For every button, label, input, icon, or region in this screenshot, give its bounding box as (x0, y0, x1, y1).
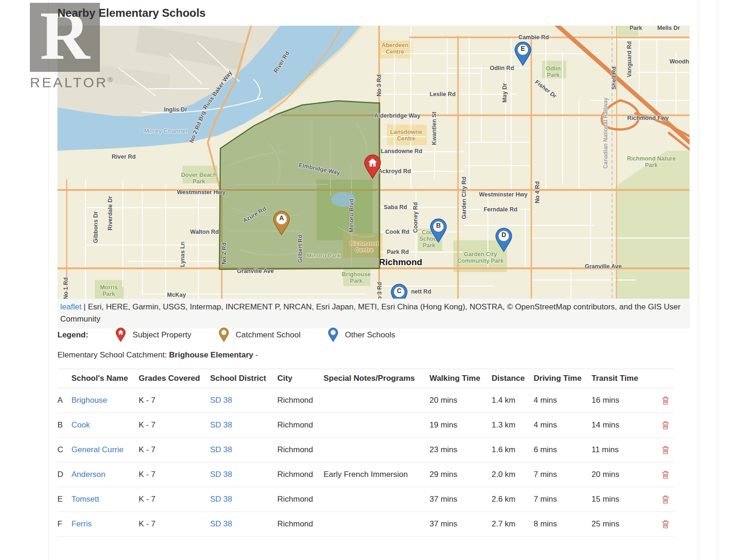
trash-icon (662, 396, 669, 405)
map-label-cook-rd: Cook Rd (385, 229, 409, 235)
school-marker-d[interactable]: D (495, 228, 513, 252)
school-district-link[interactable]: SD 38 (210, 396, 232, 405)
page-right-border (718, 0, 718, 560)
driving-time-value: 8 mins (534, 519, 592, 529)
leaflet-link[interactable]: leaflet (60, 302, 81, 311)
map-label-may-dr: May Dr (501, 83, 508, 103)
map-label-shell-rd: Shell Rd (611, 66, 617, 90)
grades-covered-value: K - 7 (139, 420, 210, 430)
school-marker-e[interactable]: E (514, 42, 532, 66)
header-grades-covered: Grades Covered (139, 374, 210, 383)
distance-value: 1.3 km (492, 420, 534, 430)
delete-school-button[interactable] (661, 519, 670, 530)
distance-value: 1.4 km (492, 396, 534, 405)
map-label-kwantlen-st: Kwantlen St (431, 112, 437, 145)
city-value: Richmond (277, 420, 324, 430)
map-label-canadian-national-railway: Canadian National Railway (603, 98, 609, 169)
grades-covered-value: K - 7 (139, 470, 210, 479)
card-left-border (48, 0, 49, 560)
delete-school-button[interactable] (661, 469, 670, 480)
school-district-link[interactable]: SD 38 (210, 495, 232, 504)
school-name-link[interactable]: Ferris (71, 519, 92, 528)
header-school-district: School District (210, 374, 277, 383)
school-district-link[interactable]: SD 38 (210, 470, 232, 479)
map-label-inglis-dr: Inglis Dr (164, 106, 187, 113)
header-special-notes: Special Notes/Programs (324, 374, 430, 383)
map-label-river-rd: River Rd (112, 154, 135, 160)
map-label-garden-city-community-park: Garden City Community Park (457, 251, 504, 264)
map-label-odlin-park: Odlin Park (543, 65, 564, 78)
map-label-cambie-rd: Cambie Rd (518, 34, 549, 41)
map-label-aberdeen-centre: Aberdeen Centre (375, 42, 415, 55)
map-label-richmond-nature-park: Richmond Nature Park (626, 155, 677, 168)
header-walking-time: Walking Time (430, 374, 492, 383)
table-row-b: B Cook K - 7 SD 38 Richmond 19 mins 1.3 … (57, 413, 674, 438)
school-district-link[interactable]: SD 38 (210, 519, 232, 528)
transit-time-value: 11 mins (592, 445, 657, 455)
delete-school-button[interactable] (661, 420, 670, 431)
map-label-brighouse-park: Brighouse Park (339, 271, 373, 284)
catchment-school-name: Brighouse Elementary (169, 350, 253, 359)
map-label-richmond-fwy: Richmond Fwy (627, 115, 669, 121)
subject-property-marker[interactable] (364, 154, 381, 179)
walking-time-value: 19 mins (430, 420, 492, 430)
map-label-walton-rd: Walton Rd (190, 229, 218, 235)
delete-school-button[interactable] (661, 494, 670, 505)
city-value: Richmond (277, 396, 324, 405)
trash-icon (662, 495, 669, 504)
map-label-westminster-hwy: Westminster Hwy (479, 191, 528, 198)
school-marker-a[interactable]: A (273, 211, 290, 235)
table-row-a: A Brighouse K - 7 SD 38 Richmond 20 mins… (57, 388, 674, 413)
attribution-credits: Esri, HERE, Garmin, USGS, Intermap, INCR… (60, 302, 681, 323)
school-name-link[interactable]: Cook (71, 420, 90, 429)
map-label-cooney-rd: Cooney Rd (412, 202, 419, 233)
school-name-link[interactable]: Tomsett (71, 495, 99, 504)
attribution-divider: | (84, 302, 85, 311)
transit-time-value: 20 mins (592, 470, 657, 479)
city-value: Richmond (277, 445, 324, 455)
driving-time-value: 4 mins (534, 420, 592, 430)
map-label-odlin-rd: Odlin Rd (490, 65, 514, 71)
map-label-riverdale-dr: Riverdale Dr (107, 196, 113, 231)
school-district-link[interactable]: SD 38 (210, 445, 232, 454)
school-name-link[interactable]: Brighouse (71, 396, 107, 405)
table-row-f: F Ferris K - 7 SD 38 Richmond 37 mins 2.… (57, 512, 674, 537)
school-district-link[interactable]: SD 38 (210, 420, 232, 429)
map-legend: Legend: Subject Property Catchment Schoo… (57, 328, 422, 342)
schools-map[interactable]: ParkMells DrCambie RdOdlin RdOdlin ParkS… (57, 26, 690, 299)
distance-value: 2.7 km (492, 519, 534, 529)
grades-covered-value: K - 7 (139, 519, 210, 529)
row-letter: E (57, 495, 71, 504)
school-name-link[interactable]: General Currie (71, 445, 124, 454)
walking-time-value: 20 mins (430, 396, 492, 405)
walking-time-value: 29 mins (430, 470, 492, 479)
table-row-c: C General Currie K - 7 SD 38 Richmond 23… (57, 438, 674, 462)
delete-school-button[interactable] (661, 445, 670, 455)
legend-item-other-schools: Other Schools (328, 328, 395, 342)
table-row-e: E Tomsett K - 7 SD 38 Richmond 37 mins 2… (57, 487, 674, 512)
map-label-park-rd: Park Rd (387, 249, 409, 255)
row-letter: D (57, 470, 71, 479)
transit-time-value: 25 mins (592, 519, 657, 529)
driving-time-value: 7 mins (534, 495, 592, 504)
map-label-ferndale-rd: Ferndale Rd (484, 206, 517, 213)
school-marker-c[interactable]: C (390, 284, 408, 299)
grades-covered-value: K - 7 (139, 396, 210, 405)
row-letter: B (57, 420, 71, 430)
map-label-gibbons-dr: Gibbons Dr (92, 211, 99, 243)
schools-table: School's Name Grades Covered School Dist… (57, 369, 674, 537)
map-label-garden-city-rd: Garden City Rd (461, 177, 467, 219)
driving-time-value: 6 mins (534, 445, 592, 455)
school-marker-b[interactable]: B (430, 218, 447, 243)
map-label-morris-park: Morris Park (97, 284, 120, 297)
delete-school-button[interactable] (661, 395, 670, 406)
map-label-no-2-rd: No 2 Rd (221, 242, 227, 264)
distance-value: 1.6 km (492, 445, 534, 455)
map-label-granville-ave: Granville Ave (585, 263, 622, 270)
school-name-link[interactable]: Anderson (71, 470, 106, 479)
page: Nearby Elementary Schools R REALTOR® (0, 0, 747, 560)
legend-item-catchment-school: Catchment School (218, 328, 301, 342)
map-label-morey-channel: Morey Channel (144, 128, 187, 135)
other-schools-pin-icon (328, 328, 338, 342)
map-label-alderbridge-way: Alderbridge Way (374, 112, 421, 119)
